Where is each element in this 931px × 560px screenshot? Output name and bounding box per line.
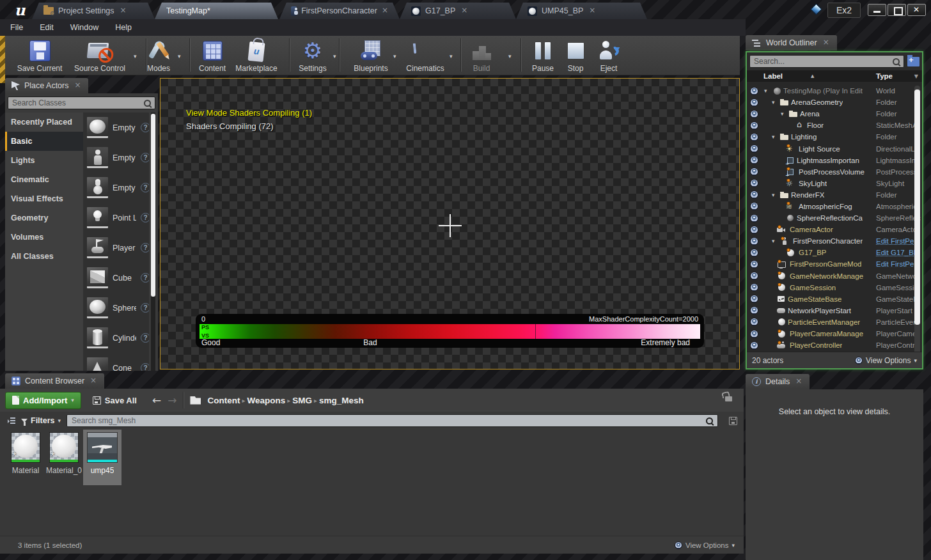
add-import-button[interactable]: Add/Import ▾ (5, 392, 81, 409)
category-visual-effects[interactable]: Visual Effects (5, 189, 83, 208)
expander-icon[interactable] (772, 192, 778, 198)
settings-button[interactable]: ⚙ Settings (294, 38, 331, 73)
category-recently-placed[interactable]: Recently Placed (5, 113, 83, 132)
help-icon[interactable]: ? (141, 123, 149, 132)
type-filter-icon[interactable]: ▼ (914, 74, 918, 79)
outliner-view-options-button[interactable]: View Options ▾ (855, 356, 917, 365)
outliner-row-renderfx[interactable]: RenderFX Folder (747, 189, 922, 201)
breadcrumb-smg[interactable]: SMG (292, 396, 312, 405)
outliner-row-gamesession[interactable]: GameSession GameSessio (747, 282, 922, 293)
visibility-toggle[interactable] (747, 98, 761, 107)
tab-ump45-bp[interactable]: UMP45_BP (516, 3, 647, 19)
visibility-toggle[interactable] (747, 214, 761, 222)
help-icon[interactable]: ? (141, 213, 149, 222)
help-icon[interactable]: ? (141, 183, 149, 192)
outliner-row-atmosphericfog[interactable]: AtmosphericFog Atmospheric (747, 201, 922, 212)
close-icon[interactable] (119, 6, 128, 15)
outliner-row-lightmass[interactable]: LightmassImportan LightmassIm (747, 155, 922, 166)
scrollbar-track[interactable] (914, 86, 920, 352)
place-item-cube[interactable]: Cube ? (83, 263, 149, 293)
minimize-button[interactable] (868, 4, 886, 16)
chevron-down-icon[interactable]: ▾ (393, 53, 396, 59)
save-all-button[interactable]: Save All (86, 392, 143, 409)
help-icon[interactable]: ? (141, 333, 149, 343)
help-icon[interactable]: ? (141, 273, 149, 283)
category-basic[interactable]: Basic (5, 132, 83, 151)
help-icon[interactable]: ? (141, 153, 149, 162)
close-icon[interactable] (588, 6, 597, 15)
menu-edit[interactable]: Edit (40, 23, 54, 32)
outliner-row-spherereflection[interactable]: SphereReflectionCa SphereReflec (747, 212, 922, 224)
column-type[interactable]: Type (876, 72, 893, 80)
expander-icon[interactable] (781, 111, 787, 117)
asset-ump45-selected[interactable]: ump45 (83, 430, 121, 485)
category-lights[interactable]: Lights (5, 151, 83, 170)
scrollbar-track[interactable] (151, 113, 155, 371)
scrollbar-thumb[interactable] (151, 114, 155, 297)
outliner-row-playercontroller[interactable]: PlayerController PlayerContro (747, 339, 922, 351)
chevron-down-icon[interactable]: ▾ (508, 53, 512, 59)
category-all-classes[interactable]: All Classes (5, 247, 83, 266)
close-window-button[interactable] (907, 4, 926, 16)
marketplace-button[interactable]: Marketplace (231, 38, 281, 73)
place-item-cylinder[interactable]: Cylinder ? (83, 323, 149, 353)
close-icon[interactable] (822, 38, 831, 47)
breadcrumb-weapons[interactable]: Weapons (247, 396, 286, 405)
category-cinematic[interactable]: Cinematic (5, 170, 83, 189)
breadcrumb-content[interactable]: Content (207, 396, 240, 405)
menu-window[interactable]: Window (70, 23, 98, 32)
tab-firstpersoncharacter[interactable]: FirstPersonCharacter (279, 3, 400, 19)
visibility-toggle[interactable] (747, 226, 761, 234)
visibility-toggle[interactable] (747, 110, 761, 118)
outliner-search-box[interactable] (749, 55, 904, 68)
visibility-toggle[interactable] (747, 121, 761, 130)
visibility-toggle[interactable] (747, 133, 761, 141)
visibility-toggle[interactable] (747, 249, 761, 257)
close-icon[interactable] (73, 81, 82, 90)
menu-help[interactable]: Help (115, 23, 132, 32)
scrollbar-thumb[interactable] (914, 89, 920, 325)
expander-icon[interactable] (764, 88, 771, 94)
outliner-search-input[interactable] (750, 57, 892, 66)
cb-view-options-button[interactable]: View Options ▾ (675, 541, 735, 549)
sources-panel-icon[interactable] (8, 417, 15, 424)
filters-button[interactable]: Filters ▾ (21, 416, 61, 425)
place-item-sphere[interactable]: Sphere ? (83, 293, 149, 323)
expander-icon[interactable] (772, 99, 778, 105)
visibility-toggle[interactable] (747, 341, 761, 350)
help-icon[interactable]: ? (141, 303, 149, 313)
close-icon[interactable] (460, 6, 469, 15)
place-item-empty-actor[interactable]: Empty Actor ? (83, 113, 149, 143)
place-item-cone[interactable]: Cone ? (83, 353, 149, 371)
outliner-row-light-source[interactable]: Light Source DirectionalLi (747, 143, 922, 154)
visibility-toggle[interactable] (747, 330, 761, 338)
outliner-row-gamestatebase[interactable]: GameStateBase GameStateB (747, 293, 922, 305)
tab-world-outliner[interactable]: World Outliner (746, 35, 837, 51)
search-classes-input[interactable] (8, 98, 143, 107)
category-volumes[interactable]: Volumes (5, 228, 83, 247)
asset-search-input[interactable] (67, 416, 705, 425)
game-viewport[interactable]: View Mode Shaders Compiling (1) Shaders … (160, 78, 740, 369)
expander-icon[interactable] (772, 238, 778, 244)
outliner-row-cameraactor[interactable]: CameraActor CameraActo (747, 224, 922, 235)
outliner-row-lighting[interactable]: Lighting Folder (747, 131, 922, 143)
tab-details[interactable]: i Details (746, 374, 810, 389)
tab-content-browser[interactable]: Content Browser (5, 373, 104, 389)
project-badge[interactable]: Ex2 (827, 3, 861, 18)
chevron-down-icon[interactable]: ▾ (178, 53, 181, 59)
breadcrumb-smg-mesh[interactable]: smg_Mesh (319, 396, 364, 405)
outliner-row-postprocess[interactable]: PostProcessVolume PostProcess (747, 166, 922, 178)
place-item-player-start[interactable]: Player Start ? (83, 233, 149, 263)
visibility-toggle[interactable] (747, 191, 761, 199)
tab-testingmap[interactable]: TestingMap* (155, 3, 278, 19)
restore-button[interactable] (888, 4, 906, 16)
blueprints-button[interactable]: Blueprints (349, 38, 393, 73)
close-icon[interactable] (89, 377, 98, 385)
gem-icon[interactable] (810, 3, 822, 15)
tab-g17-bp[interactable]: G17_BP (400, 3, 516, 19)
outliner-row-testingmap[interactable]: TestingMap (Play In Edit World (747, 85, 922, 97)
visibility-toggle[interactable] (747, 272, 761, 280)
place-item-point-light[interactable]: Point Light ? (83, 203, 149, 233)
visibility-toggle[interactable] (747, 87, 761, 95)
visibility-toggle[interactable] (747, 202, 761, 210)
